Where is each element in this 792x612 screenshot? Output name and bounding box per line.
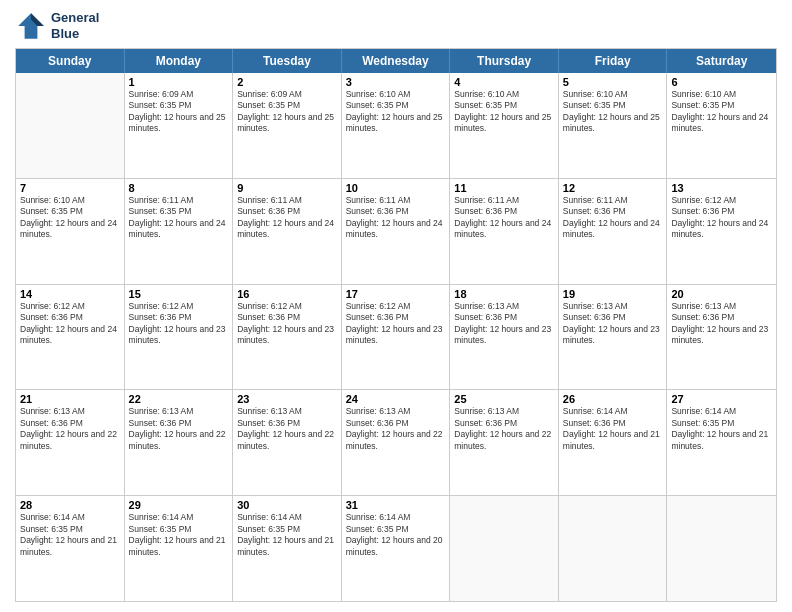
cal-cell-23: 23Sunrise: 6:13 AMSunset: 6:36 PMDayligh… [233, 390, 342, 495]
day-number: 26 [563, 393, 663, 405]
week-row-4: 28Sunrise: 6:14 AMSunset: 6:35 PMDayligh… [16, 496, 776, 601]
day-number: 10 [346, 182, 446, 194]
cell-info: Sunrise: 6:10 AMSunset: 6:35 PMDaylight:… [454, 89, 554, 135]
cell-info: Sunrise: 6:10 AMSunset: 6:35 PMDaylight:… [671, 89, 772, 135]
day-number: 25 [454, 393, 554, 405]
day-number: 11 [454, 182, 554, 194]
cal-cell-7: 7Sunrise: 6:10 AMSunset: 6:35 PMDaylight… [16, 179, 125, 284]
cal-cell-empty-4-6 [667, 496, 776, 601]
header-cell-tuesday: Tuesday [233, 49, 342, 73]
cell-info: Sunrise: 6:12 AMSunset: 6:36 PMDaylight:… [346, 301, 446, 347]
cell-info: Sunrise: 6:12 AMSunset: 6:36 PMDaylight:… [237, 301, 337, 347]
day-number: 7 [20, 182, 120, 194]
day-number: 21 [20, 393, 120, 405]
cell-info: Sunrise: 6:14 AMSunset: 6:35 PMDaylight:… [129, 512, 229, 558]
cell-info: Sunrise: 6:14 AMSunset: 6:36 PMDaylight:… [563, 406, 663, 452]
cal-cell-14: 14Sunrise: 6:12 AMSunset: 6:36 PMDayligh… [16, 285, 125, 390]
logo-icon [15, 10, 47, 42]
cell-info: Sunrise: 6:13 AMSunset: 6:36 PMDaylight:… [671, 301, 772, 347]
cell-info: Sunrise: 6:11 AMSunset: 6:35 PMDaylight:… [129, 195, 229, 241]
header-cell-monday: Monday [125, 49, 234, 73]
cal-cell-25: 25Sunrise: 6:13 AMSunset: 6:36 PMDayligh… [450, 390, 559, 495]
cal-cell-10: 10Sunrise: 6:11 AMSunset: 6:36 PMDayligh… [342, 179, 451, 284]
day-number: 16 [237, 288, 337, 300]
cell-info: Sunrise: 6:09 AMSunset: 6:35 PMDaylight:… [237, 89, 337, 135]
cell-info: Sunrise: 6:10 AMSunset: 6:35 PMDaylight:… [20, 195, 120, 241]
day-number: 9 [237, 182, 337, 194]
cell-info: Sunrise: 6:13 AMSunset: 6:36 PMDaylight:… [454, 301, 554, 347]
day-number: 1 [129, 76, 229, 88]
cal-cell-22: 22Sunrise: 6:13 AMSunset: 6:36 PMDayligh… [125, 390, 234, 495]
cell-info: Sunrise: 6:13 AMSunset: 6:36 PMDaylight:… [454, 406, 554, 452]
day-number: 13 [671, 182, 772, 194]
cell-info: Sunrise: 6:11 AMSunset: 6:36 PMDaylight:… [346, 195, 446, 241]
cell-info: Sunrise: 6:10 AMSunset: 6:35 PMDaylight:… [563, 89, 663, 135]
cal-cell-15: 15Sunrise: 6:12 AMSunset: 6:36 PMDayligh… [125, 285, 234, 390]
cell-info: Sunrise: 6:09 AMSunset: 6:35 PMDaylight:… [129, 89, 229, 135]
cell-info: Sunrise: 6:12 AMSunset: 6:36 PMDaylight:… [671, 195, 772, 241]
day-number: 15 [129, 288, 229, 300]
calendar: SundayMondayTuesdayWednesdayThursdayFrid… [15, 48, 777, 602]
cell-info: Sunrise: 6:14 AMSunset: 6:35 PMDaylight:… [237, 512, 337, 558]
day-number: 24 [346, 393, 446, 405]
week-row-2: 14Sunrise: 6:12 AMSunset: 6:36 PMDayligh… [16, 285, 776, 391]
day-number: 2 [237, 76, 337, 88]
cal-cell-29: 29Sunrise: 6:14 AMSunset: 6:35 PMDayligh… [125, 496, 234, 601]
logo: General Blue [15, 10, 99, 42]
cell-info: Sunrise: 6:13 AMSunset: 6:36 PMDaylight:… [346, 406, 446, 452]
day-number: 4 [454, 76, 554, 88]
calendar-body: 1Sunrise: 6:09 AMSunset: 6:35 PMDaylight… [16, 73, 776, 601]
cal-cell-5: 5Sunrise: 6:10 AMSunset: 6:35 PMDaylight… [559, 73, 668, 178]
day-number: 22 [129, 393, 229, 405]
day-number: 5 [563, 76, 663, 88]
cal-cell-11: 11Sunrise: 6:11 AMSunset: 6:36 PMDayligh… [450, 179, 559, 284]
header-cell-friday: Friday [559, 49, 668, 73]
cell-info: Sunrise: 6:11 AMSunset: 6:36 PMDaylight:… [563, 195, 663, 241]
week-row-3: 21Sunrise: 6:13 AMSunset: 6:36 PMDayligh… [16, 390, 776, 496]
cal-cell-empty-0-0 [16, 73, 125, 178]
cell-info: Sunrise: 6:12 AMSunset: 6:36 PMDaylight:… [20, 301, 120, 347]
calendar-header: SundayMondayTuesdayWednesdayThursdayFrid… [16, 49, 776, 73]
cal-cell-1: 1Sunrise: 6:09 AMSunset: 6:35 PMDaylight… [125, 73, 234, 178]
cal-cell-20: 20Sunrise: 6:13 AMSunset: 6:36 PMDayligh… [667, 285, 776, 390]
day-number: 27 [671, 393, 772, 405]
day-number: 31 [346, 499, 446, 511]
cal-cell-6: 6Sunrise: 6:10 AMSunset: 6:35 PMDaylight… [667, 73, 776, 178]
logo-text: General Blue [51, 10, 99, 41]
week-row-1: 7Sunrise: 6:10 AMSunset: 6:35 PMDaylight… [16, 179, 776, 285]
cell-info: Sunrise: 6:12 AMSunset: 6:36 PMDaylight:… [129, 301, 229, 347]
day-number: 28 [20, 499, 120, 511]
day-number: 17 [346, 288, 446, 300]
cal-cell-12: 12Sunrise: 6:11 AMSunset: 6:36 PMDayligh… [559, 179, 668, 284]
day-number: 6 [671, 76, 772, 88]
day-number: 14 [20, 288, 120, 300]
cell-info: Sunrise: 6:14 AMSunset: 6:35 PMDaylight:… [346, 512, 446, 558]
cal-cell-empty-4-4 [450, 496, 559, 601]
day-number: 29 [129, 499, 229, 511]
header-cell-thursday: Thursday [450, 49, 559, 73]
cal-cell-8: 8Sunrise: 6:11 AMSunset: 6:35 PMDaylight… [125, 179, 234, 284]
cal-cell-16: 16Sunrise: 6:12 AMSunset: 6:36 PMDayligh… [233, 285, 342, 390]
cell-info: Sunrise: 6:10 AMSunset: 6:35 PMDaylight:… [346, 89, 446, 135]
cal-cell-9: 9Sunrise: 6:11 AMSunset: 6:36 PMDaylight… [233, 179, 342, 284]
header-cell-sunday: Sunday [16, 49, 125, 73]
cal-cell-24: 24Sunrise: 6:13 AMSunset: 6:36 PMDayligh… [342, 390, 451, 495]
cal-cell-26: 26Sunrise: 6:14 AMSunset: 6:36 PMDayligh… [559, 390, 668, 495]
cal-cell-3: 3Sunrise: 6:10 AMSunset: 6:35 PMDaylight… [342, 73, 451, 178]
day-number: 30 [237, 499, 337, 511]
day-number: 18 [454, 288, 554, 300]
header-cell-saturday: Saturday [667, 49, 776, 73]
day-number: 19 [563, 288, 663, 300]
cell-info: Sunrise: 6:13 AMSunset: 6:36 PMDaylight:… [20, 406, 120, 452]
cell-info: Sunrise: 6:14 AMSunset: 6:35 PMDaylight:… [671, 406, 772, 452]
day-number: 3 [346, 76, 446, 88]
cal-cell-31: 31Sunrise: 6:14 AMSunset: 6:35 PMDayligh… [342, 496, 451, 601]
cal-cell-13: 13Sunrise: 6:12 AMSunset: 6:36 PMDayligh… [667, 179, 776, 284]
cell-info: Sunrise: 6:13 AMSunset: 6:36 PMDaylight:… [237, 406, 337, 452]
cal-cell-2: 2Sunrise: 6:09 AMSunset: 6:35 PMDaylight… [233, 73, 342, 178]
cal-cell-empty-4-5 [559, 496, 668, 601]
cal-cell-30: 30Sunrise: 6:14 AMSunset: 6:35 PMDayligh… [233, 496, 342, 601]
cal-cell-18: 18Sunrise: 6:13 AMSunset: 6:36 PMDayligh… [450, 285, 559, 390]
cell-info: Sunrise: 6:13 AMSunset: 6:36 PMDaylight:… [563, 301, 663, 347]
cal-cell-17: 17Sunrise: 6:12 AMSunset: 6:36 PMDayligh… [342, 285, 451, 390]
